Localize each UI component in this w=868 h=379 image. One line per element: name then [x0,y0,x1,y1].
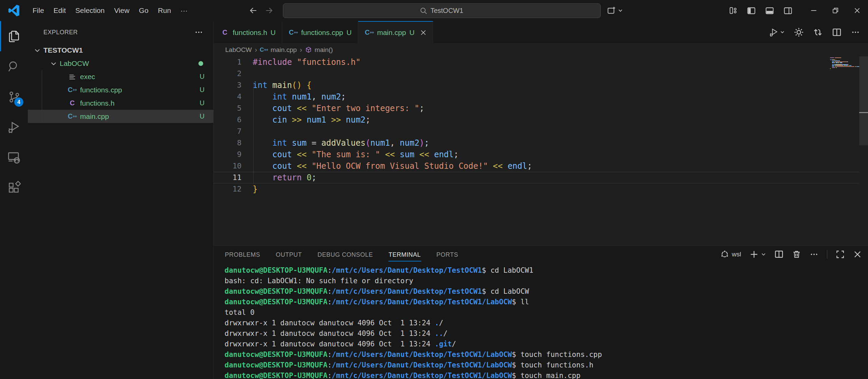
activitybar-source-control[interactable]: 4 [0,82,28,112]
split-editor-icon[interactable] [832,28,842,37]
tree-indent-guide [42,70,42,123]
chevron-right-icon: › [300,46,302,54]
kill-terminal-icon[interactable] [792,250,801,259]
breadcrumb-symbol[interactable]: main() [315,46,333,54]
panel-tab-output[interactable]: OUTPUT [275,247,302,261]
minimize-button[interactable] [803,0,825,21]
close-panel-icon[interactable] [853,250,862,259]
line-number: 1 [214,56,253,68]
activitybar-remote-explorer[interactable] [0,142,28,172]
panel-more-actions-icon[interactable] [810,250,818,259]
code-text: int sum = addValues(num1, num2); [253,137,429,149]
minimap[interactable] [830,57,859,69]
sidebar-item-functions-cpp[interactable]: C++functions.cppU [28,83,213,96]
toggle-secondary-sidebar-icon[interactable] [783,6,793,15]
scm-badge: 4 [14,97,23,107]
code-text: cin >> num1 >> num2; [253,114,370,126]
split-terminal-icon[interactable] [774,250,784,259]
activitybar-extensions[interactable] [0,172,28,202]
panel-tab-problems[interactable]: PROBLEMS [225,247,261,261]
code-line: 10 cout << "Hello OCW from Visual Studio… [214,160,868,172]
panel-tab-debug-console[interactable]: DEBUG CONSOLE [317,247,373,261]
close-window-button[interactable] [846,0,868,21]
file-label: exec [80,73,95,81]
terminal-output[interactable]: danutocw@DESKTOP-U3MQUFA:/mnt/c/Users/Da… [214,263,868,379]
panel-tab-ports[interactable]: PORTS [436,247,459,261]
sidebar-item-labocw[interactable]: LabOCW [28,57,213,70]
code-editor[interactable]: 1#include "functions.h"23int main() {4 i… [214,56,868,246]
line-number: 11 [214,172,253,183]
code-line: 7 [214,126,868,137]
panel-tab-terminal[interactable]: TERMINAL [388,247,421,261]
menu-item-edit[interactable]: Edit [49,0,71,21]
maximize-panel-icon[interactable] [836,250,845,259]
panel-header: PROBLEMSOUTPUTDEBUG CONSOLETERMINALPORTS… [214,246,868,263]
breadcrumb-folder[interactable]: LabOCW [225,46,252,54]
run-debug-icon [7,120,21,134]
terminal-profile[interactable]: wsl [720,250,741,258]
editor-scrollbar[interactable] [859,56,868,145]
line-number: 4 [214,91,253,103]
terminal-line: danutocw@DESKTOP-U3MQUFA:/mnt/c/Users/Da… [225,360,868,371]
copilot-sparkle-icon[interactable] [607,6,623,15]
breadcrumb-file[interactable]: main.cpp [271,46,297,54]
menu-item-view[interactable]: View [109,0,134,21]
editor-tab-functions-cpp[interactable]: C++functions.cppU [282,21,358,43]
terminal-profile-label: wsl [732,251,741,258]
restore-button[interactable] [825,0,846,21]
editor-tab-main-cpp[interactable]: C++main.cppU [358,21,433,43]
open-changes-icon[interactable] [813,28,823,37]
toggle-panel-icon[interactable] [765,6,774,15]
chevron-down-icon [34,47,41,54]
menu-item-run[interactable]: Run [153,0,176,21]
extensions-icon [7,181,21,194]
activitybar-run-debug[interactable] [0,112,28,142]
new-terminal-icon[interactable] [750,250,766,259]
panel-toolbar: wsl [720,250,862,259]
toggle-primary-sidebar-icon[interactable] [747,6,756,15]
editor-tab-functions-h[interactable]: Cfunctions.hU [214,21,282,43]
tab-label: functions.cpp [301,29,343,37]
sidebar-item-functions-h[interactable]: Cfunctions.hU [28,96,213,110]
customize-layout-icon[interactable] [729,6,738,15]
search-icon [420,7,427,14]
activity-bar: 4 [0,21,28,379]
code-line: 1#include "functions.h" [214,56,868,68]
line-number: 12 [214,183,253,195]
remote-explorer-icon [7,150,21,164]
line-number: 9 [214,149,253,160]
terminal-line: danutocw@DESKTOP-U3MQUFA:/mnt/c/Users/Da… [225,297,868,307]
settings-gear-icon[interactable] [794,28,804,37]
tab-label: main.cpp [377,29,406,37]
code-text: } [253,183,257,195]
editor-toolbar [769,21,868,43]
menu-item-file[interactable]: File [28,0,49,21]
git-untracked-badge: U [347,29,352,37]
line-number: 10 [214,160,253,172]
menu-item-go[interactable]: Go [134,0,153,21]
back-arrow-icon[interactable] [249,6,258,15]
menu-item-selection[interactable]: Selection [71,0,109,21]
git-untracked-badge: U [271,29,276,37]
sidebar-item-main-cpp[interactable]: C++main.cppU [28,110,213,123]
sidebar-root-folder[interactable]: TESTOCW1 [28,43,213,57]
menu-item-more[interactable]: ··· [176,0,192,21]
code-line: 6 cin >> num1 >> num2; [214,114,868,126]
code-text: return 0; [253,172,316,183]
close-tab-icon[interactable] [420,29,427,36]
activitybar-search[interactable] [0,51,28,82]
git-modified-dot [198,61,203,66]
sidebar-item-exec[interactable]: execU [28,70,213,83]
files-icon [7,30,21,43]
run-or-debug-button[interactable] [769,27,785,37]
cpp-file-icon: C++ [288,29,298,36]
code-text: #include "functions.h" [253,56,361,68]
more-actions-icon[interactable] [851,28,860,37]
git-untracked-badge: U [200,99,205,107]
forward-arrow-icon[interactable] [265,6,273,15]
activitybar-explorer[interactable] [0,21,28,51]
code-line: 11 return 0; [214,172,859,183]
explorer-more-actions-icon[interactable] [194,28,203,37]
search-value: TestOCW1 [430,7,463,15]
search-input[interactable]: TestOCW1 [283,3,601,18]
